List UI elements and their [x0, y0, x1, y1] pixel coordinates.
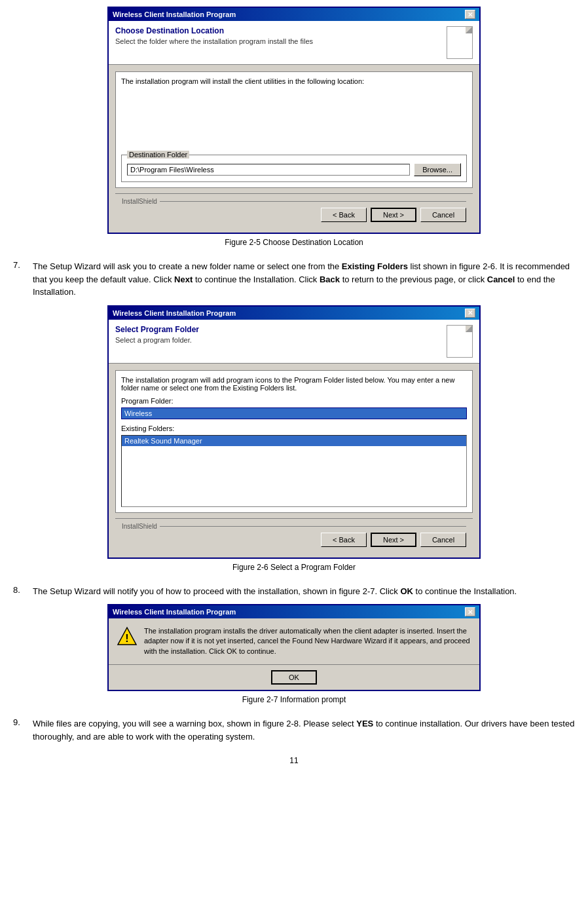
browse-button[interactable]: Browse... [414, 163, 461, 176]
bold-back: Back [320, 274, 340, 284]
program-folder-info-box: The installation program will add progra… [115, 370, 473, 513]
page-number: 11 [13, 756, 575, 765]
paper-icon [447, 26, 473, 59]
program-folder-header-subtitle: Select a program folder. [115, 336, 199, 344]
program-folder-input[interactable]: Wireless [121, 407, 467, 419]
figure-2-7-caption: Figure 2-7 Information prompt [13, 695, 575, 704]
paper-fold [466, 27, 472, 33]
dialog-header: Choose Destination Location Select the f… [109, 21, 479, 65]
header-decoration [433, 26, 473, 59]
program-folder-buttons: < Back Next > Cancel [122, 533, 466, 547]
next-button[interactable]: Next > [371, 208, 416, 222]
step-9-paragraph: While files are copying, you will see a … [33, 717, 575, 743]
program-folder-installshield: InstallShield [122, 523, 466, 530]
paper-fold-2 [466, 326, 472, 332]
existing-folders-label: Existing Folders: [121, 425, 467, 432]
step-7-paragraph: The Setup Wizard will ask you to create … [33, 260, 575, 299]
figure-2-6-caption: Figure 2-6 Select a Program Folder [13, 563, 575, 572]
dialog-close-button[interactable]: ✕ [465, 10, 475, 19]
info-ok-button[interactable]: OK [271, 670, 317, 685]
dialog-body: The installation program will install th… [109, 65, 479, 233]
info-dialog-titlebar: Wireless Client Installation Program ✕ [109, 605, 479, 618]
info-dialog-close-button[interactable]: ✕ [465, 607, 475, 616]
select-program-folder-dialog: Wireless Client Installation Program ✕ S… [107, 305, 481, 559]
dialog-titlebar: Wireless Client Installation Program ✕ [109, 8, 479, 21]
folder-item-realtek[interactable]: Realtek Sound Manager [122, 436, 466, 446]
program-folder-cancel-button[interactable]: Cancel [420, 533, 466, 547]
destination-folder-group: Destination Folder D:\Program Files\Wire… [121, 155, 467, 182]
warning-icon: ! [117, 626, 138, 647]
program-folder-title: Wireless Client Installation Program [113, 309, 236, 317]
program-folder-close-button[interactable]: ✕ [465, 309, 475, 318]
install-info-text: The installation program will install th… [121, 77, 467, 85]
paper-icon-2 [447, 325, 473, 358]
dialog-title: Wireless Client Installation Program [113, 10, 236, 18]
info-dialog-body: ! The installation program installs the … [109, 618, 479, 664]
step-7-number: 7. [13, 260, 26, 299]
program-folder-body-text: The installation program will add progra… [121, 376, 467, 392]
info-prompt-dialog: Wireless Client Installation Program ✕ !… [107, 604, 481, 691]
program-folder-titlebar: Wireless Client Installation Program ✕ [109, 307, 479, 320]
destination-folder-legend: Destination Folder [127, 151, 189, 159]
step-7-text: 7. The Setup Wizard will ask you to crea… [13, 260, 575, 299]
bold-next: Next [174, 274, 193, 284]
back-button[interactable]: < Back [321, 208, 367, 222]
cancel-button[interactable]: Cancel [420, 208, 466, 222]
step-8-number: 8. [13, 585, 26, 598]
choose-destination-dialog: Wireless Client Installation Program ✕ C… [107, 7, 481, 234]
dialog-buttons: < Back Next > Cancel [122, 208, 466, 222]
program-folder-label: Program Folder: [121, 397, 467, 405]
bold-existing-folders: Existing Folders [342, 261, 408, 271]
existing-folders-list[interactable]: Realtek Sound Manager [121, 435, 467, 507]
installshield-label: InstallShield [122, 198, 466, 205]
header-decoration-2 [433, 325, 473, 358]
program-folder-header-title: Select Program Folder [115, 325, 199, 334]
bold-yes-step9: YES [356, 719, 373, 728]
figure-2-5-caption: Figure 2-5 Choose Destination Location [13, 238, 575, 247]
destination-path: D:\Program Files\Wireless [127, 164, 410, 176]
step-9-text: 9. While files are copying, you will see… [13, 717, 575, 743]
program-folder-back-button[interactable]: < Back [321, 533, 367, 547]
program-folder-header: Select Program Folder Select a program f… [109, 320, 479, 364]
bold-ok-step8: OK [400, 586, 413, 596]
step-9-number: 9. [13, 717, 26, 743]
bold-cancel: Cancel [487, 274, 515, 284]
dialog-header-subtitle: Select the folder where the installation… [115, 37, 313, 45]
info-dialog-footer: OK [109, 664, 479, 690]
step-8-text: 8. The Setup Wizard will notify you of h… [13, 585, 575, 598]
info-dialog-message: The installation program installs the dr… [144, 626, 471, 656]
program-folder-next-button[interactable]: Next > [371, 533, 416, 547]
step-8-paragraph: The Setup Wizard will notify you of how … [33, 585, 517, 598]
dialog-footer: InstallShield < Back Next > Cancel [115, 193, 473, 226]
program-folder-body: The installation program will add progra… [109, 364, 479, 557]
svg-text:!: ! [125, 633, 128, 644]
dialog-header-title: Choose Destination Location [115, 26, 313, 35]
info-dialog-title: Wireless Client Installation Program [113, 608, 236, 616]
install-info-box: The installation program will install th… [115, 71, 473, 188]
program-folder-footer: InstallShield < Back Next > Cancel [115, 518, 473, 551]
